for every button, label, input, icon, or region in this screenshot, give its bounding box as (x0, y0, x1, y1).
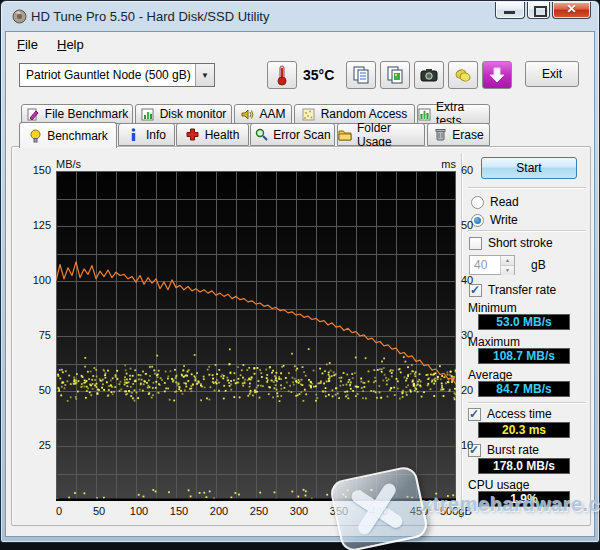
copy-image-icon (385, 65, 405, 85)
hands-icon (453, 65, 473, 85)
short-stroke-capacity-spinner[interactable]: 40 ▲ ▼ (469, 255, 515, 275)
thermometer-icon (276, 64, 288, 86)
average-value: 84.7 MB/s (478, 381, 570, 397)
left-axis-unit: MB/s (56, 158, 81, 170)
tab-label: Benchmark (47, 129, 108, 143)
exit-button[interactable]: Exit (525, 61, 579, 87)
screenshot-stage: HD Tune Pro 5.50 - Hard Disk/SSD Utility… (0, 0, 600, 550)
drive-selector-value: Patriot Gauntlet Node (500 gB) (20, 68, 195, 82)
copy-image-button[interactable] (380, 61, 410, 89)
benchmark-chart (56, 171, 456, 501)
trash-icon (433, 128, 447, 142)
tab-folder-usage[interactable]: Folder Usage (337, 123, 425, 146)
right-axis-unit: ms (416, 158, 456, 170)
tab-file-benchmark[interactable]: File Benchmark (21, 104, 133, 124)
spinner-down-icon[interactable]: ▼ (501, 266, 514, 275)
spinner-arrows[interactable]: ▲ ▼ (500, 256, 514, 274)
tab-benchmark[interactable]: Benchmark (19, 122, 117, 148)
tab-extra-tests[interactable]: Extra tests (417, 104, 490, 124)
axis-tick-label: 75 (25, 329, 51, 341)
axis-tick-label: 50 (25, 384, 51, 396)
access-time-value: 20.3 ms (478, 422, 570, 438)
tab-error-scan[interactable]: Error Scan (250, 123, 335, 146)
close-icon: ✕ (553, 2, 590, 17)
tab-label: File Benchmark (45, 107, 128, 121)
app-icon (12, 9, 27, 24)
tab-disk-monitor[interactable]: Disk monitor (135, 104, 232, 124)
tab-label: Info (146, 128, 166, 142)
tab-label: Folder Usage (357, 121, 424, 149)
minimize-button[interactable] (495, 2, 525, 19)
pen-icon (26, 107, 40, 121)
tab-erase[interactable]: Erase (427, 123, 490, 146)
burst-rate-label: Burst rate (487, 443, 539, 457)
monitor-chart-icon (141, 107, 155, 121)
screenshot-button[interactable] (414, 61, 444, 89)
axis-tick-label: 250 (240, 505, 278, 517)
access-time-checkbox[interactable] (468, 408, 481, 421)
temperature-value: 35°C (303, 67, 334, 83)
average-label: Average (468, 368, 512, 382)
copy-text-button[interactable] (346, 61, 376, 89)
tab-label: Health (205, 128, 240, 142)
update-download-button[interactable] (482, 61, 512, 89)
axis-tick-label: 50 (80, 505, 118, 517)
menu-file[interactable]: File (11, 35, 44, 54)
minimum-label: Minimum (468, 301, 517, 315)
cpu-usage-label: CPU usage (468, 478, 529, 492)
minimum-value: 53.0 MB/s (478, 314, 570, 330)
capacity-unit-label: gB (531, 258, 546, 272)
camera-icon (419, 65, 439, 85)
lightbulb-icon (28, 129, 42, 143)
minimize-icon (504, 11, 515, 14)
axis-tick-label: 50 (461, 219, 473, 231)
tab-info[interactable]: Info (118, 123, 175, 146)
maximize-button[interactable] (527, 2, 550, 19)
axis-tick-label: 10 (461, 439, 473, 451)
tab-label: Random Access (321, 107, 408, 121)
app-window: HD Tune Pro 5.50 - Hard Disk/SSD Utility… (0, 0, 600, 543)
magnifier-icon (254, 128, 268, 142)
menu-help[interactable]: Help (51, 35, 90, 54)
axis-tick-label: 20 (461, 384, 473, 396)
axis-tick-label: 60 (461, 164, 473, 176)
access-time-label: Access time (487, 407, 552, 421)
folder-icon (338, 128, 352, 142)
axis-tick-label: 0 (40, 505, 78, 517)
info-icon (127, 128, 141, 142)
write-radio-label: Write (490, 213, 518, 227)
axis-tick-label: 150 (160, 505, 198, 517)
spinner-up-icon[interactable]: ▲ (501, 256, 514, 266)
maximize-icon (534, 6, 547, 17)
tab-health[interactable]: Health (176, 123, 249, 146)
short-stroke-checkbox[interactable] (469, 237, 482, 250)
temperature-button[interactable] (267, 61, 297, 89)
separator (468, 230, 586, 232)
tab-aam[interactable]: AAM (234, 104, 292, 124)
chart-canvas (56, 171, 456, 501)
chevron-down-icon: ▼ (195, 64, 214, 86)
axis-tick-label: 30 (461, 329, 473, 341)
tab-label: Disk monitor (160, 107, 227, 121)
maximum-label: Maximum (468, 335, 520, 349)
drive-selector[interactable]: Patriot Gauntlet Node (500 gB) ▼ (19, 63, 215, 87)
chart-grid (56, 171, 456, 501)
dots-icon (302, 107, 316, 121)
separator (468, 402, 586, 404)
copy-text-icon (351, 65, 371, 85)
read-radio[interactable] (471, 196, 484, 209)
close-button[interactable]: ✕ (552, 2, 591, 19)
axis-tick-label: 25 (25, 439, 51, 451)
short-stroke-label: Short stroke (488, 236, 553, 250)
window-title: HD Tune Pro 5.50 - Hard Disk/SSD Utility (31, 9, 269, 24)
axis-tick-label: 125 (25, 219, 51, 231)
burst-rate-value: 178.0 MB/s (478, 458, 570, 474)
transfer-rate-label: Transfer rate (488, 283, 556, 297)
donate-button[interactable] (448, 61, 478, 89)
axis-tick-label: 200 (200, 505, 238, 517)
read-radio-label: Read (490, 195, 519, 209)
tab-label: Error Scan (273, 128, 330, 142)
axis-tick-label: 150 (25, 164, 51, 176)
start-button[interactable]: Start (481, 157, 577, 179)
download-arrow-icon (489, 66, 505, 84)
